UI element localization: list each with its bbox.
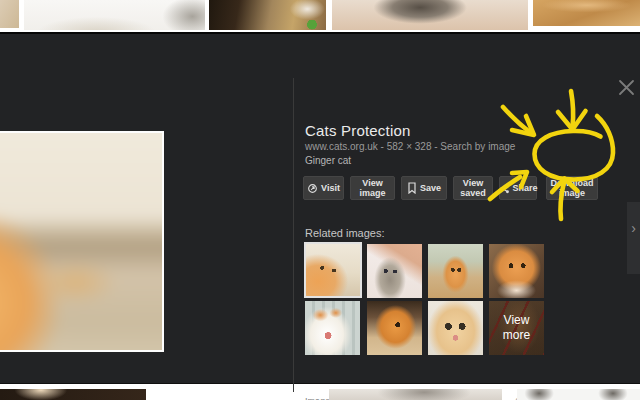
related-thumbnail[interactable] [367, 301, 422, 355]
close-button[interactable] [617, 78, 636, 97]
main-image-preview[interactable] [0, 131, 164, 352]
bookmark-icon [407, 182, 417, 194]
close-icon [620, 81, 633, 94]
view-more-thumbnail[interactable]: View more [489, 301, 544, 355]
top-result-thumbnail[interactable] [533, 0, 640, 26]
related-thumbnail[interactable] [305, 301, 360, 355]
source-meta[interactable]: www.cats.org.uk - 582 × 328 - Search by … [305, 141, 515, 152]
related-thumbnail[interactable] [489, 244, 544, 298]
view-image-label: View image [353, 178, 392, 199]
bottom-result-thumbnail[interactable] [152, 389, 317, 400]
share-label: Share [513, 183, 538, 193]
panel-divider [293, 78, 294, 392]
top-result-thumbnail[interactable] [24, 0, 205, 30]
related-thumbnail[interactable] [428, 301, 483, 355]
visit-button[interactable]: Visit [303, 176, 344, 200]
download-image-label: Download image [549, 178, 595, 199]
bottom-result-thumbnail[interactable] [517, 389, 640, 400]
next-image-button[interactable]: › [627, 202, 640, 274]
visit-label: Visit [321, 183, 340, 193]
top-result-thumbnail[interactable] [209, 0, 326, 30]
view-image-button[interactable]: View image [350, 176, 395, 200]
share-icon [499, 183, 510, 194]
top-result-thumbnail[interactable] [0, 0, 19, 28]
download-image-button[interactable]: Download image [546, 176, 598, 200]
save-button[interactable]: Save [401, 176, 447, 200]
view-saved-button[interactable]: View saved [453, 176, 493, 200]
share-button[interactable]: Share [499, 176, 537, 200]
chevron-right-icon: › [631, 221, 636, 235]
image-preview-panel: Cats Protection www.cats.org.uk - 582 × … [0, 32, 640, 384]
visit-globe-icon [307, 183, 318, 194]
view-saved-label: View saved [456, 178, 490, 199]
related-thumbnail[interactable] [428, 244, 483, 298]
save-label: Save [420, 183, 441, 193]
related-images-label: Related images: [305, 227, 385, 239]
image-caption: Ginger cat [305, 155, 351, 166]
top-result-thumbnail[interactable] [332, 0, 528, 30]
footer-separator: - [506, 396, 509, 400]
related-thumbnail[interactable] [367, 244, 422, 298]
google-images-lightbox-screen: Cats Protection www.cats.org.uk - 582 × … [0, 0, 640, 400]
bottom-result-thumbnail[interactable] [0, 389, 146, 400]
blurred-cat-photo [0, 131, 164, 352]
bottom-result-thumbnail[interactable] [329, 389, 502, 400]
related-thumbnail-selected[interactable] [304, 242, 362, 298]
view-more-label: View more [498, 313, 536, 343]
page-title: Cats Protection [305, 122, 411, 139]
